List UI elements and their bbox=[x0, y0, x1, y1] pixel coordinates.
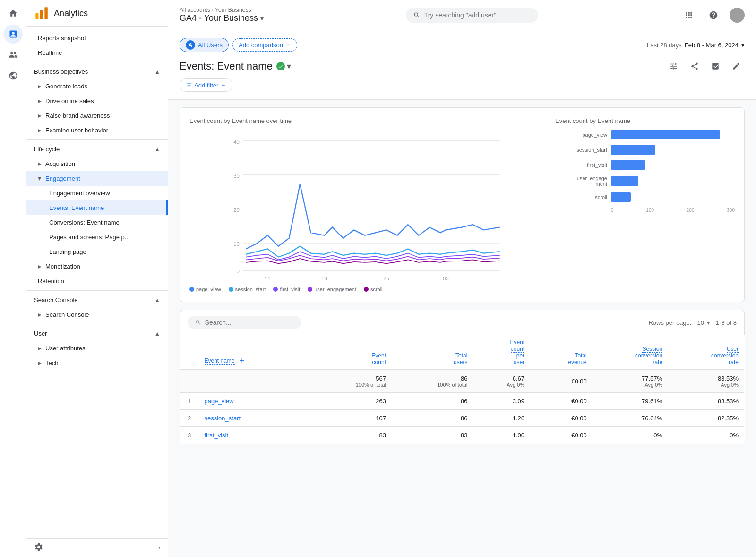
totals-user-conversion: 83.53% Avg 0% bbox=[668, 370, 744, 393]
customize-report-button[interactable] bbox=[665, 58, 682, 75]
landing-page-item[interactable]: Landing page bbox=[26, 244, 168, 259]
sort-icon[interactable]: ↓ bbox=[247, 357, 250, 364]
generate-leads-item[interactable]: ▶ Generate leads bbox=[26, 79, 168, 94]
conversions-item[interactable]: Conversions: Event name bbox=[26, 215, 168, 230]
engagement-overview-item[interactable]: Engagement overview bbox=[26, 186, 168, 200]
share-button[interactable] bbox=[686, 58, 703, 75]
pagination-text: 1-8 of 8 bbox=[716, 319, 737, 326]
svg-text:11: 11 bbox=[265, 276, 271, 281]
row-1-total-users: 86 bbox=[392, 393, 473, 410]
monetization-item[interactable]: ▶ Monetization bbox=[26, 259, 168, 274]
data-table: Event name ＋ ↓ Eventcount Totalusers Eve… bbox=[180, 335, 745, 444]
sidebar-bottom: ‹ bbox=[26, 538, 168, 557]
svg-rect-2 bbox=[44, 7, 47, 19]
all-users-segment[interactable]: A All Users bbox=[180, 38, 229, 52]
lifecycle-section[interactable]: Life cycle ▲ bbox=[26, 142, 168, 157]
realtime-item[interactable]: Realtime bbox=[26, 45, 168, 60]
user-attributes-arrow: ▶ bbox=[38, 346, 42, 351]
first-visit-link[interactable]: first_visit bbox=[205, 432, 229, 439]
add-comparison-button[interactable]: Add comparison ＋ bbox=[232, 38, 297, 52]
insights-button[interactable] bbox=[707, 58, 724, 75]
add-filter-label: Add filter bbox=[194, 82, 218, 89]
conversions-label: Conversions: Event name bbox=[49, 219, 120, 226]
events-event-name-item[interactable]: Events: Event name bbox=[26, 200, 168, 215]
table-row: 3 first_visit 83 83 1.00 €0.00 0% 0% bbox=[180, 427, 745, 444]
add-filter-button[interactable]: Add filter ＋ bbox=[180, 78, 232, 92]
user-attributes-item[interactable]: ▶ User attributes bbox=[26, 341, 168, 356]
search-input[interactable] bbox=[424, 11, 531, 19]
charts-area: Event count by Event name over time 40 3… bbox=[168, 100, 756, 310]
date-dropdown-arrow: ▾ bbox=[741, 42, 745, 49]
generate-leads-arrow: ▶ bbox=[38, 84, 42, 89]
search-console-item[interactable]: ▶ Search Console bbox=[26, 307, 168, 322]
legend-scroll: scroll bbox=[364, 287, 383, 292]
event-count-per-user-header: Eventcountperuser bbox=[473, 335, 530, 370]
dropdown-arrow: ▾ bbox=[260, 15, 264, 22]
search-bar[interactable] bbox=[406, 8, 538, 23]
acquisition-item[interactable]: ▶ Acquisition bbox=[26, 157, 168, 171]
bar-fill-first-visit bbox=[611, 160, 645, 170]
engagement-item[interactable]: ▶ Engagement bbox=[26, 171, 168, 186]
svg-text:03: 03 bbox=[443, 276, 449, 281]
content-header: A All Users Add comparison ＋ Last 28 day… bbox=[168, 30, 756, 100]
date-range-selector[interactable]: Last 28 days Feb 8 - Mar 6, 2024 ▾ bbox=[647, 42, 745, 49]
user-section[interactable]: User ▲ bbox=[26, 326, 168, 341]
business-name[interactable]: GA4 - Your Business ▾ bbox=[180, 13, 264, 23]
landing-page-label: Landing page bbox=[49, 248, 86, 255]
table-search[interactable] bbox=[188, 316, 301, 329]
tech-item[interactable]: ▶ Tech bbox=[26, 356, 168, 370]
reports-icon[interactable] bbox=[4, 25, 23, 44]
avatar[interactable] bbox=[730, 8, 745, 23]
content-title-row: Events: Event name ▾ bbox=[180, 58, 745, 75]
search-console-arrow: ▲ bbox=[155, 297, 160, 304]
collapse-sidebar-icon[interactable]: ‹ bbox=[158, 544, 160, 551]
title-dropdown-chevron[interactable]: ▾ bbox=[287, 61, 291, 71]
business-objectives-section[interactable]: Business objectives ▲ bbox=[26, 64, 168, 79]
row-1-event-name: page_view bbox=[199, 393, 310, 410]
help-icon[interactable] bbox=[705, 7, 722, 24]
edit-button[interactable] bbox=[728, 58, 745, 75]
retention-item[interactable]: Retention bbox=[26, 274, 168, 288]
legend-dot-session-start bbox=[229, 287, 233, 292]
row-3-total-users: 83 bbox=[392, 427, 473, 444]
business-objectives-title: Business objectives bbox=[34, 68, 88, 75]
drive-online-sales-item[interactable]: ▶ Drive online sales bbox=[26, 94, 168, 108]
rank-header bbox=[180, 335, 199, 370]
segment-letter: A bbox=[186, 40, 195, 50]
examine-user-behavior-item[interactable]: ▶ Examine user behavior bbox=[26, 123, 168, 138]
settings-icon[interactable] bbox=[34, 542, 43, 553]
audience-icon[interactable] bbox=[4, 45, 23, 64]
bar-fill-page-view bbox=[611, 130, 720, 139]
page-view-link[interactable]: page_view bbox=[205, 398, 234, 405]
bar-row-page-view: page_view bbox=[555, 130, 735, 139]
raise-brand-awareness-item[interactable]: ▶ Raise brand awareness bbox=[26, 108, 168, 123]
reports-snapshot-item[interactable]: Reports snapshot bbox=[26, 31, 168, 45]
bar-container-scroll bbox=[611, 192, 735, 202]
pages-screens-item[interactable]: Pages and screens: Page p... bbox=[26, 230, 168, 244]
legend-dot-first-visit bbox=[273, 287, 278, 292]
line-chart-section: Event count by Event name over time 40 3… bbox=[189, 117, 540, 292]
engagement-overview-label: Engagement overview bbox=[49, 190, 110, 197]
session-start-link[interactable]: session_start bbox=[205, 415, 241, 422]
explore-icon[interactable] bbox=[4, 66, 23, 85]
table-search-input[interactable] bbox=[205, 319, 293, 326]
page-title: Events: Event name bbox=[180, 60, 273, 72]
rows-dropdown-arrow: ▾ bbox=[707, 319, 710, 326]
rows-select[interactable]: 10 ▾ bbox=[697, 319, 710, 326]
raise-brand-label: Raise brand awareness bbox=[45, 112, 110, 119]
search-console-section[interactable]: Search Console ▲ bbox=[26, 293, 168, 307]
legend-session-start: session_start bbox=[229, 287, 266, 292]
total-revenue-header: Totalrevenue bbox=[530, 335, 593, 370]
row-3-user-conversion: 0% bbox=[668, 427, 744, 444]
bar-label-user-engagement: user_engagement bbox=[555, 175, 607, 187]
grid-icon[interactable] bbox=[680, 7, 697, 24]
line-chart-title: Event count by Event name over time bbox=[189, 117, 540, 124]
add-column-button[interactable]: ＋ bbox=[238, 356, 246, 364]
engagement-label: Engagement bbox=[45, 175, 80, 182]
bar-axis: 0 100 200 300 bbox=[555, 208, 735, 213]
charts-inner: Event count by Event name over time 40 3… bbox=[189, 117, 735, 292]
table-row: 2 session_start 107 86 1.26 €0.00 76.64%… bbox=[180, 410, 745, 427]
totals-total-users: 86 100% of total bbox=[392, 370, 473, 393]
sidebar-nav: Reports snapshot Realtime Business objec… bbox=[26, 27, 168, 538]
home-icon[interactable] bbox=[4, 4, 23, 23]
